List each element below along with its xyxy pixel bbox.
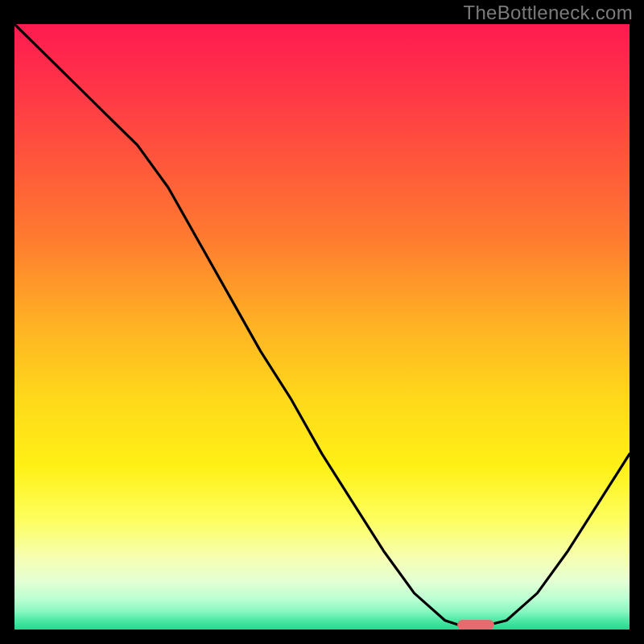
watermark-text: TheBottleneck.com [463, 2, 633, 24]
chart-frame: TheBottleneck.com [0, 0, 644, 644]
optimal-range-marker [457, 620, 494, 630]
bottleneck-curve-chart [14, 24, 630, 630]
